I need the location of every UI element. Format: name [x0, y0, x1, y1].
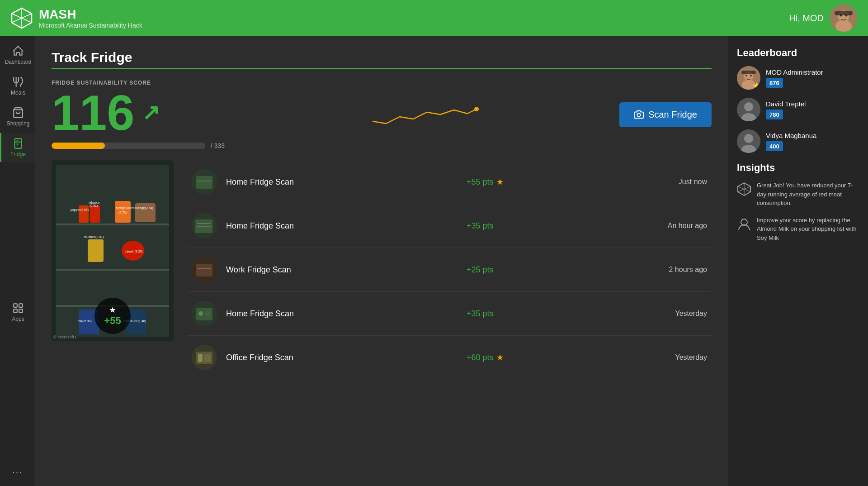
lb-score-bar-1: 876 — [766, 78, 783, 88]
lb-score-bar-2: 780 — [766, 110, 783, 119]
scan-pts-value-5: +60 pts — [467, 353, 494, 362]
scan-pts-value-2: +35 pts — [467, 221, 494, 231]
lb-score-3: 400 — [769, 143, 779, 150]
lb-name-3: Vidya Magbanua — [766, 132, 859, 139]
page-title: Track Fridge — [52, 50, 712, 65]
insight-item-1: Great Job! You have reduced your 7-day r… — [737, 181, 859, 208]
lb-score-2: 780 — [769, 111, 779, 118]
score-bar-background — [52, 143, 205, 149]
insight-text-2: Improve your score by replacing the Almo… — [757, 216, 859, 243]
svg-text:orangeJuice: orangeJuice — [116, 206, 133, 210]
right-panel: Leaderboard — [728, 36, 868, 486]
sidebar-item-shopping[interactable]: Shopping — [0, 102, 35, 131]
leaderboard-item: Vidya Magbanua 400 — [737, 129, 859, 153]
scan-pts-4: +35 pts — [467, 309, 582, 319]
svg-text:(4.73): (4.73) — [118, 211, 127, 214]
scan-thumb-3 — [192, 257, 217, 282]
svg-rect-18 — [14, 309, 17, 313]
svg-rect-9 — [835, 11, 853, 15]
score-bar-fill — [52, 143, 105, 149]
svg-text:(0.51): (0.51) — [90, 204, 98, 208]
svg-point-57 — [198, 311, 203, 316]
header-left: MASH Microsoft Akamai Sustainability Hac… — [11, 7, 142, 29]
sidebar-item-dashboard[interactable]: Dashboard — [0, 41, 35, 70]
scan-name-1: Home Fridge Scan — [226, 177, 458, 187]
apps-icon — [12, 302, 24, 314]
content-area: Track Fridge FRIDGE SUSTAINABILITY SCORE… — [35, 36, 868, 486]
scan-star-5: ★ — [496, 353, 504, 362]
scan-pts-2: +35 pts — [467, 221, 582, 231]
scan-pts-3: +25 pts — [467, 265, 582, 275]
scan-thumb-1 — [192, 169, 217, 195]
user-avatar-icon-2 — [737, 98, 760, 121]
leaderboard-title: Leaderboard — [737, 47, 859, 59]
greeting-text: Hi, MOD — [789, 13, 824, 24]
svg-text:tabasco: tabasco — [89, 201, 100, 204]
scan-thumb-4 — [192, 301, 217, 326]
sparkline-chart — [363, 96, 481, 133]
svg-rect-47 — [197, 181, 212, 181]
svg-point-58 — [206, 311, 210, 316]
scan-list: Home Fridge Scan +55 pts ★ Just now — [187, 160, 712, 379]
svg-point-79 — [741, 219, 747, 225]
svg-rect-46 — [196, 176, 212, 189]
user-insight-icon — [737, 217, 751, 231]
lb-info-3: Vidya Magbanua 400 — [766, 132, 859, 151]
scan-time-3: 2 hours ago — [591, 266, 707, 274]
scan-thumb-inner — [192, 169, 217, 195]
lb-avatar-1: ⭐ — [737, 66, 760, 90]
mash-insight-icon — [737, 182, 751, 196]
svg-rect-16 — [14, 304, 17, 307]
score-section: FRIDGE SUSTAINABILITY SCORE 116 ↗ / 333 — [52, 80, 712, 149]
scan-name-3: Work Fridge Scan — [226, 265, 458, 275]
score-display: 116 ↗ — [52, 88, 225, 138]
scan-item: Home Fridge Scan +55 pts ★ Just now — [187, 160, 712, 204]
lb-avatar-3 — [737, 129, 760, 153]
svg-rect-17 — [19, 304, 23, 307]
scan-pts-1: +55 pts ★ — [467, 177, 582, 187]
lb-info-2: David Treptel 780 — [766, 100, 859, 119]
scan-button-label: Scan Fridge — [648, 110, 697, 120]
insight-item-2: Improve your score by replacing the Almo… — [737, 216, 859, 243]
copyright-text: © Microsoft L — [53, 335, 77, 339]
sidebar-item-fridge[interactable]: Fridge — [0, 133, 35, 162]
scan-name-2: Home Fridge Scan — [226, 221, 458, 231]
header-right: Hi, MOD — [789, 5, 857, 32]
sidebar-item-meals[interactable]: Meals — [0, 71, 35, 100]
fridge-content: orangeJuice (4.73) tabasco (0.51) pepper… — [52, 160, 712, 379]
user-avatar — [830, 5, 857, 32]
dashboard-icon — [12, 45, 24, 57]
scan-time-4: Yesterday — [591, 310, 707, 318]
svg-rect-53 — [196, 264, 212, 276]
scan-thumb-5 — [192, 345, 217, 370]
lb-info-1: MOD Administrator 876 — [766, 68, 859, 88]
svg-text:milk(5.38): milk(5.38) — [78, 319, 92, 323]
main-panel: Track Fridge FRIDGE SUSTAINABILITY SCORE… — [35, 36, 728, 486]
sidebar-more[interactable]: ··· — [8, 462, 27, 481]
insights-section: Insights Great Job! You have reduced you… — [737, 162, 859, 250]
score-left: FRIDGE SUSTAINABILITY SCORE 116 ↗ / 333 — [52, 80, 225, 149]
app-name: MASH — [39, 7, 142, 22]
scan-fridge-button[interactable]: Scan Fridge — [619, 102, 712, 127]
camera-icon — [634, 110, 644, 119]
badge-pts: +55 — [104, 315, 121, 327]
scan-item: Home Fridge Scan +35 pts Yesterday — [187, 292, 712, 336]
leaderboard-section: Leaderboard — [737, 47, 859, 153]
scan-time-5: Yesterday — [591, 353, 707, 362]
svg-text:tomato(8.26): tomato(8.26) — [125, 250, 143, 253]
score-max-label: / 333 — [211, 142, 225, 149]
scan-thumb-2 — [192, 213, 217, 238]
sidebar-item-apps[interactable]: Apps — [0, 298, 35, 327]
svg-rect-62 — [204, 354, 211, 362]
app-logo — [11, 7, 33, 29]
svg-point-21 — [637, 113, 640, 116]
svg-rect-54 — [198, 268, 211, 269]
fridge-icon — [12, 138, 24, 149]
title-underline — [52, 68, 712, 69]
fridge-photo: orangeJuice (4.73) tabasco (0.51) pepper… — [52, 160, 174, 341]
scan-item: Work Fridge Scan +25 pts 2 hours ago — [187, 248, 712, 292]
scan-item: Office Fridge Scan +60 pts ★ Yesterday — [187, 336, 712, 379]
svg-point-70 — [744, 102, 753, 111]
svg-rect-19 — [19, 309, 23, 313]
sidebar-label-apps: Apps — [12, 316, 24, 322]
